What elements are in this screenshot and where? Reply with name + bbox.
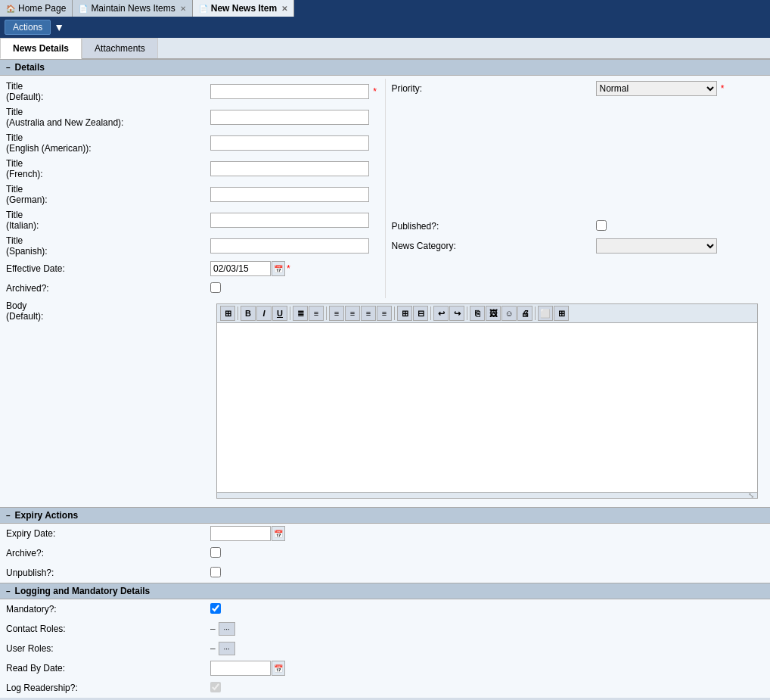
archived-control [210,282,379,295]
tab-news-details[interactable]: News Details [0,38,82,59]
tab-home[interactable]: 🏠 Home Page [0,0,73,17]
body-editor-wrapper: ⊞ B I U ≣ ≡ ≡ ≡ ≡ ≡ ⊞ [210,300,764,502]
title-default-required: * [373,86,377,97]
body-default-row: Body(Default): ⊞ B I U ≣ ≡ ≡ ≡ [0,298,770,504]
published-checkbox[interactable] [596,220,607,231]
news-category-select[interactable] [596,238,717,254]
contact-roles-value: – [210,624,216,634]
archived-row: Archived?: [0,278,385,298]
expiry-date-picker[interactable]: 📅 [272,526,285,541]
title-default-input[interactable] [210,84,369,99]
unpublish-control [210,567,764,580]
details-toggle[interactable]: – [6,64,11,72]
toolbar-copy-btn[interactable]: ⎘ [470,306,485,321]
read-by-date-input[interactable] [210,661,271,676]
toolbar-sep-5 [430,306,431,320]
log-readership-row: Log Readership?: [0,678,770,698]
contact-roles-pick-btn[interactable]: ··· [219,622,235,636]
toolbar-ul-btn[interactable]: ≡ [309,306,324,321]
priority-row: Priority: Normal High Low * [386,79,771,98]
title-en-us-input[interactable] [210,135,369,151]
archive-checkbox[interactable] [210,547,221,558]
title-anz-control [210,110,379,125]
toolbar-image-btn[interactable]: 🖼 [486,306,501,321]
published-row: Published?: [386,216,771,236]
logging-toggle[interactable]: – [6,587,11,596]
body-default-textarea[interactable] [217,323,757,490]
mandatory-checkbox[interactable] [210,603,221,614]
tab-maintain-label: Maintain News Items [91,3,175,14]
toolbar-ol-btn[interactable]: ≣ [293,306,308,321]
toolbar-source-btn[interactable]: ⊞ [220,306,235,321]
toolbar-sep-3 [326,306,327,320]
title-en-us-control [210,135,379,151]
title-es-label: Title(Spanish): [6,235,210,257]
priority-control: Normal High Low * [596,81,765,96]
expiry-title: Expiry Actions [15,510,79,521]
read-by-date-row: Read By Date: 📅 [0,658,770,678]
title-it-label: Title(Italian): [6,210,210,231]
home-icon: 🏠 [6,5,15,13]
mandatory-label: Mandatory?: [6,604,210,614]
user-roles-value: – [210,643,216,654]
actions-button[interactable]: Actions [5,20,51,35]
actions-dropdown-icon[interactable]: ▼ [54,21,64,33]
priority-select[interactable]: Normal High Low [596,81,717,96]
unpublish-checkbox[interactable] [210,567,221,577]
toolbar-table-props-btn[interactable]: ⊟ [413,306,428,321]
toolbar-sep-1 [238,306,238,320]
title-default-label: Title(Default): [6,81,210,102]
expiry-toggle[interactable]: – [6,512,11,520]
title-es-input[interactable] [210,238,369,254]
title-it-input[interactable] [210,213,369,228]
toolbar-table-btn[interactable]: ⊞ [397,306,412,321]
title-anz-input[interactable] [210,110,369,125]
title-it-control [210,213,379,228]
contact-roles-control: – ··· [210,622,764,636]
contact-roles-label: Contact Roles: [6,624,210,634]
toolbar-maximize-btn[interactable]: ⬜ [538,306,553,321]
toolbar-underline-btn[interactable]: U [272,306,287,321]
toolbar-undo-btn[interactable]: ↩ [433,306,449,321]
toolbar-print-btn[interactable]: 🖨 [517,306,532,321]
tab-maintain[interactable]: 📄 Maintain News Items ✕ [73,0,192,17]
read-by-date-picker[interactable]: 📅 [272,661,285,676]
expiry-date-input[interactable] [210,526,271,541]
user-roles-pick-btn[interactable]: ··· [219,642,235,655]
toolbar-align-right-btn[interactable]: ≡ [361,306,376,321]
contact-roles-row: Contact Roles: – ··· [0,619,770,639]
maintain-icon: 📄 [79,5,88,13]
details-title: Details [15,62,45,73]
tab-new-news-close[interactable]: ✕ [281,5,287,13]
toolbar-sep-2 [290,306,290,320]
expiry-form: Expiry Date: 📅 Archive?: Unpublish?: [0,524,770,583]
toolbar-html-btn[interactable]: ⊞ [554,306,569,321]
priority-required: * [721,83,725,94]
published-control [596,220,765,233]
tab-new-news[interactable]: 📄 New News Item ✕ [193,0,294,17]
tab-maintain-close[interactable]: ✕ [180,5,186,13]
toolbar-justify-btn[interactable]: ≡ [377,306,392,321]
title-anz-label: Title(Australia and New Zealand): [6,107,210,128]
archived-label: Archived?: [6,283,210,294]
user-roles-label: User Roles: [6,643,210,654]
section-tabs: News Details Attachments [0,38,770,59]
archive-control [210,547,764,560]
editor-resize-handle[interactable]: ⤡ [217,492,757,498]
archive-label: Archive?: [6,548,210,558]
toolbar-bold-btn[interactable]: B [241,306,256,321]
toolbar-smiley-btn[interactable]: ☺ [501,306,517,321]
archived-checkbox[interactable] [210,282,221,293]
title-fr-input[interactable] [210,161,369,176]
toolbar-align-left-btn[interactable]: ≡ [329,306,344,321]
log-readership-checkbox[interactable] [210,682,221,692]
toolbar-redo-btn[interactable]: ↪ [449,306,464,321]
tab-attachments[interactable]: Attachments [82,38,158,58]
title-it-row: Title(Italian): [0,207,385,233]
effective-date-input[interactable] [210,261,271,276]
details-two-col: Title(Default): * Title(Australia and Ne… [0,79,770,298]
effective-date-picker[interactable]: 📅 [272,261,285,276]
title-de-input[interactable] [210,187,369,202]
toolbar-align-center-btn[interactable]: ≡ [345,306,360,321]
toolbar-italic-btn[interactable]: I [256,306,272,321]
